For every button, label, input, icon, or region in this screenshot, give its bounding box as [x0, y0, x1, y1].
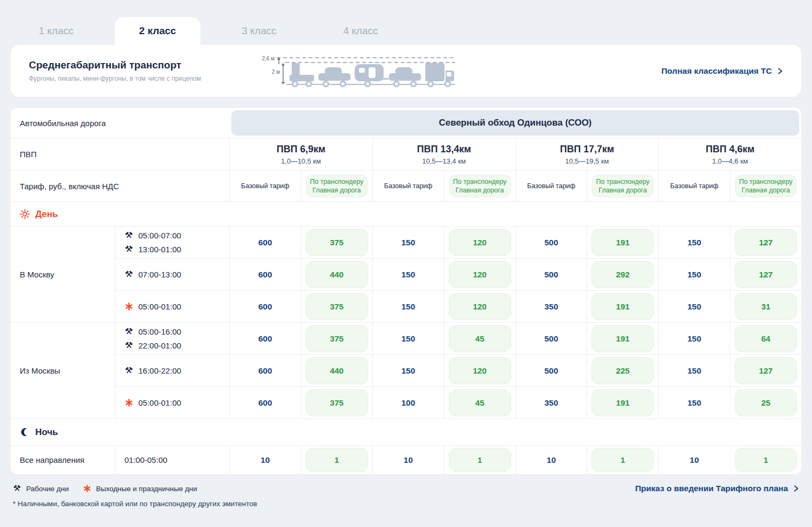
price-cell-base: 150 [372, 354, 444, 386]
price-cell-base: 600 [229, 226, 301, 258]
price-cell-transponder: 120 [444, 226, 516, 258]
chevron-right-icon [777, 67, 783, 75]
workdays-icon [124, 341, 134, 350]
price-cell-transponder: 375 [301, 386, 372, 418]
tab-class-1[interactable]: 1 класс [13, 17, 99, 45]
tariff-order-link[interactable]: Приказ о введении Тарифного плана [635, 484, 799, 493]
price-cell-transponder: 191 [587, 322, 658, 354]
workdays-icon [124, 327, 134, 336]
price-cell-transponder: 191 [587, 226, 658, 258]
workdays-icon [124, 270, 134, 279]
price-cell-base: 500 [516, 322, 587, 354]
moon-icon [20, 427, 30, 437]
tab-class-2[interactable]: 2 класс [115, 17, 200, 45]
price-cell-transponder: 1 [730, 445, 801, 474]
price-cell-transponder: 45 [444, 322, 516, 354]
transponder-tariff-header: По транспондеруГлавная дорога [587, 170, 658, 201]
price-cell-transponder: 1 [444, 445, 516, 474]
tariff-row-label: Тариф, руб., включая НДС [11, 170, 229, 201]
price-cell-base: 600 [229, 322, 301, 354]
price-cell-transponder: 375 [301, 226, 372, 258]
time-slot-cell: 05:00-16:00 22:00-01:00 [115, 322, 229, 354]
vehicle-class-header-card: Среднегабаритный транспорт Фургоны, пика… [11, 45, 801, 97]
vehicle-class-tabs: 1 класс 2 класс 3 класс 4 класс [11, 17, 801, 45]
price-cell-base: 500 [516, 226, 587, 258]
tab-class-4[interactable]: 4 класс [318, 17, 403, 45]
price-cell-base: 150 [658, 322, 730, 354]
price-cell-transponder: 1 [301, 445, 372, 474]
time-slot-cell: 16:00-22:00 [115, 354, 229, 386]
price-cell-base: 150 [658, 354, 730, 386]
time-slot-cell: 07:00-13:00 [115, 258, 229, 290]
price-cell-base: 600 [229, 386, 301, 418]
height-label-upper: 2,6 м [262, 56, 275, 61]
price-cell-base: 350 [516, 386, 587, 418]
price-cell-transponder: 225 [587, 354, 658, 386]
full-classification-link-label: Полная классификация ТС [661, 66, 772, 76]
price-cell-transponder: 440 [301, 258, 372, 290]
price-cell-base: 600 [229, 354, 301, 386]
price-cell-transponder: 127 [730, 226, 801, 258]
price-cell-base: 150 [658, 226, 730, 258]
direction-to-moscow: В Москву [11, 226, 115, 322]
payment-footnote: * Наличными, банковской картой или по тр… [11, 500, 801, 508]
price-cell-transponder: 191 [587, 290, 658, 322]
time-slot-cell: 05:00-01:00 [115, 386, 229, 418]
night-section-header: Ночь [11, 418, 801, 445]
full-classification-link[interactable]: Полная классификация ТС [661, 66, 783, 76]
price-cell-transponder: 127 [730, 354, 801, 386]
legend-holidays: Выходные и праздничные дни [83, 484, 197, 493]
time-slot-cell: 05:00-01:00 [115, 290, 229, 322]
workdays-icon [124, 245, 134, 254]
price-cell-base: 100 [372, 386, 444, 418]
time-slot-cell: 01:00-05:00 [115, 445, 229, 474]
price-cell-transponder: 375 [301, 322, 372, 354]
pvp-row-label: ПВП [11, 138, 229, 170]
pvp-column-1: ПВП 6,9км 1,0—10,5 км [229, 138, 372, 170]
workdays-icon [124, 231, 134, 240]
page-title: Среднегабаритный транспорт [29, 59, 259, 71]
chevron-right-icon [793, 485, 799, 492]
price-cell-transponder: 64 [730, 322, 801, 354]
road-name-badge: Северный обход Одинцова (СОО) [231, 110, 799, 136]
page-subtitle: Фургоны, пикапы, мини-фургоны, в том чис… [29, 75, 259, 82]
base-tariff-header: Базовый тариф [658, 170, 730, 201]
price-cell-transponder: 440 [301, 354, 372, 386]
legend-workdays: Рабочие дни [13, 484, 69, 493]
price-cell-transponder: 375 [301, 290, 372, 322]
holidays-icon [124, 302, 134, 311]
transponder-tariff-header: По транспондеруГлавная дорога [730, 170, 801, 201]
price-cell-transponder: 120 [444, 354, 516, 386]
price-cell-base: 10 [658, 445, 730, 474]
price-cell-transponder: 120 [444, 290, 516, 322]
price-cell-transponder: 191 [587, 386, 658, 418]
road-value-cell: Северный обход Одинцова (СОО) [229, 108, 801, 138]
price-cell-transponder: 25 [730, 386, 801, 418]
direction-from-moscow: Из Москвы [11, 322, 115, 418]
legend-row: Рабочие дни Выходные и праздничные дни П… [11, 484, 801, 493]
price-cell-base: 600 [229, 290, 301, 322]
tab-class-3[interactable]: 3 класс [216, 17, 302, 45]
price-cell-base: 500 [516, 354, 587, 386]
price-cell-base: 150 [372, 322, 444, 354]
base-tariff-header: Базовый тариф [229, 170, 301, 201]
base-tariff-header: Базовый тариф [516, 170, 587, 201]
road-column-label: Автомобильная дорога [11, 108, 229, 138]
price-cell-base: 10 [516, 445, 587, 474]
day-section-header: День [11, 201, 801, 226]
workdays-icon [13, 484, 21, 493]
price-cell-base: 150 [372, 290, 444, 322]
price-cell-transponder: 1 [587, 445, 658, 474]
price-cell-transponder: 120 [444, 258, 516, 290]
vehicle-silhouettes-diagram: 2,6 м 2 м [259, 53, 457, 89]
price-cell-transponder: 292 [587, 258, 658, 290]
workdays-icon [124, 366, 134, 375]
transponder-tariff-header: По транспондеруГлавная дорога [444, 170, 516, 201]
vehicle-icons [290, 63, 454, 87]
price-cell-base: 150 [372, 258, 444, 290]
sun-icon [20, 209, 30, 219]
pvp-column-3: ПВП 17,7км 10,5—19,5 км [516, 138, 659, 170]
price-cell-base: 150 [658, 258, 730, 290]
transponder-tariff-header: По транспондеруГлавная дорога [301, 170, 372, 201]
price-cell-base: 500 [516, 258, 587, 290]
